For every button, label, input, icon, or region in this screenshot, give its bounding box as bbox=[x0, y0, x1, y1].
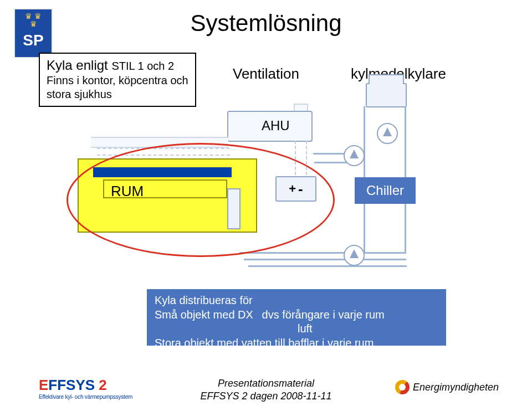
pump-icon bbox=[344, 145, 365, 166]
pipe bbox=[364, 106, 365, 177]
pump-icon bbox=[344, 245, 365, 266]
pipe bbox=[364, 204, 365, 254]
context-note: Kyla enligt STIL 1 och 2 Finns i kontor,… bbox=[39, 53, 196, 107]
pipe bbox=[239, 252, 406, 254]
room-label: RUM bbox=[111, 183, 144, 200]
pipe bbox=[248, 265, 407, 267]
conclusion-line2-left: Små objekt med DX bbox=[155, 308, 259, 322]
return-duct bbox=[97, 148, 230, 156]
pump-icon bbox=[377, 123, 398, 144]
note-line1-suffix: STIL 1 och 2 bbox=[111, 60, 174, 72]
room-side-unit bbox=[227, 188, 241, 229]
conclusion-box: Kyla distribueras för Små objekt med DX … bbox=[147, 289, 446, 346]
drycooler-unit bbox=[366, 83, 407, 107]
ahu-label: AHU bbox=[262, 118, 290, 133]
conclusion-line1: Kyla distribueras för bbox=[155, 294, 438, 308]
ahu-drop-duct bbox=[295, 141, 307, 175]
swirl-icon bbox=[395, 380, 410, 394]
pipe bbox=[405, 106, 406, 177]
conclusion-line3: Stora objekt med vatten till bafflar i v… bbox=[155, 336, 438, 351]
note-line2: Finns i kontor, köpcentra och bbox=[47, 74, 188, 88]
fan-coil-unit: + - bbox=[275, 176, 316, 202]
chiller-box: Chiller bbox=[355, 177, 416, 204]
conclusion-line2-right: dvs förångare i varje rum bbox=[262, 309, 385, 321]
energimyndigheten-logo: Energimyndigheten bbox=[395, 380, 499, 394]
conclusion-line2b: luft bbox=[298, 322, 313, 335]
supply-duct bbox=[91, 137, 228, 148]
room-baffle bbox=[93, 167, 232, 177]
note-line1-prefix: Kyla enligt bbox=[47, 58, 111, 73]
page-title: Systemlösning bbox=[0, 10, 532, 37]
note-line3: stora sjukhus bbox=[47, 88, 188, 101]
energimyndigheten-text: Energimyndigheten bbox=[413, 382, 499, 393]
pipe bbox=[244, 259, 406, 260]
ventilation-label: Ventilation bbox=[233, 65, 299, 83]
plus-icon: + bbox=[289, 182, 296, 196]
pipe bbox=[405, 204, 406, 254]
